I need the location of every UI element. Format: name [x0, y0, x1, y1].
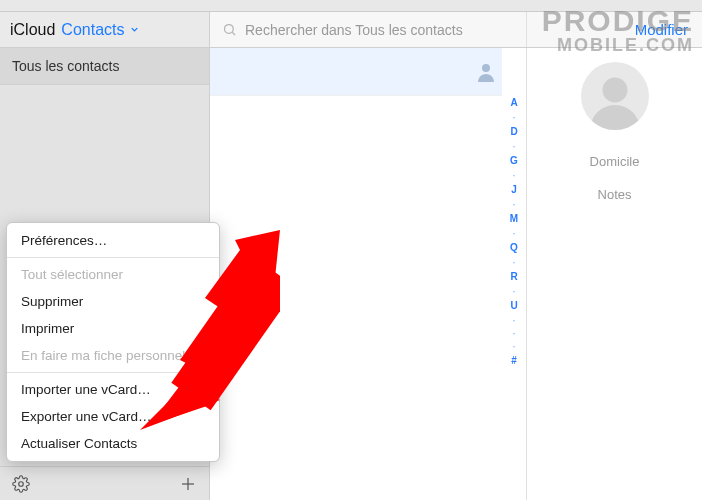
alpha-letter-g[interactable]: G: [510, 156, 518, 166]
menu-make-my-card: En faire ma fiche personnelle: [7, 342, 219, 369]
settings-button[interactable]: [12, 475, 30, 493]
alpha-dot: ·: [513, 230, 515, 237]
alpha-letter-j[interactable]: J: [511, 185, 517, 195]
menu-separator: [7, 372, 219, 373]
browser-tabstrip: [0, 0, 702, 12]
alpha-dot: ·: [513, 259, 515, 266]
main-columns: Tous les contacts Préférences… Tout séle…: [0, 48, 702, 500]
svg-point-5: [482, 64, 490, 72]
contacts-list: [210, 48, 502, 500]
contacts-list-column: A·D·G·J·M·Q·R·U···#: [210, 48, 527, 500]
alpha-dot: ·: [513, 201, 515, 208]
alpha-index[interactable]: A·D·G·J·M·Q·R·U···#: [502, 48, 526, 500]
alpha-dot: ·: [513, 330, 515, 337]
alpha-letter-a[interactable]: A: [510, 98, 517, 108]
header-actions: Modifier: [527, 12, 702, 47]
alpha-dot: ·: [513, 317, 515, 324]
plus-icon: [179, 475, 197, 493]
svg-point-2: [19, 481, 24, 486]
contact-row-selected[interactable]: [210, 48, 502, 96]
header-brand-area: iCloud Contacts: [0, 12, 210, 47]
menu-export-vcard[interactable]: Exporter une vCard…: [7, 403, 219, 430]
alpha-letter-u[interactable]: U: [510, 301, 517, 311]
groups-sidebar: Tous les contacts Préférences… Tout séle…: [0, 48, 210, 500]
person-silhouette-icon: [585, 70, 645, 130]
menu-preferences[interactable]: Préférences…: [7, 227, 219, 254]
person-icon: [474, 60, 498, 84]
menu-refresh[interactable]: Actualiser Contacts: [7, 430, 219, 457]
app-switcher[interactable]: Contacts: [61, 21, 139, 39]
chevron-down-icon: [129, 24, 140, 35]
svg-line-1: [232, 32, 235, 35]
alpha-letter-q[interactable]: Q: [510, 243, 518, 253]
alpha-dot: ·: [513, 343, 515, 350]
brand-label: iCloud: [10, 21, 55, 39]
menu-print[interactable]: Imprimer: [7, 315, 219, 342]
alpha-dot: ·: [513, 172, 515, 179]
alpha-letter-d[interactable]: D: [510, 127, 517, 137]
menu-delete[interactable]: Supprimer: [7, 288, 219, 315]
edit-button[interactable]: Modifier: [635, 21, 688, 38]
svg-point-0: [225, 25, 234, 34]
detail-home-label: Domicile: [590, 154, 640, 169]
group-all-contacts[interactable]: Tous les contacts: [0, 48, 209, 85]
svg-point-6: [602, 78, 627, 103]
settings-popup: Préférences… Tout sélectionner Supprimer…: [6, 222, 220, 462]
sidebar-footer: [0, 466, 209, 500]
alpha-letter-m[interactable]: M: [510, 214, 518, 224]
contact-avatar[interactable]: [581, 62, 649, 130]
app-switcher-label: Contacts: [61, 21, 124, 39]
alpha-letter-#[interactable]: #: [511, 356, 517, 366]
alpha-dot: ·: [513, 114, 515, 121]
alpha-dot: ·: [513, 288, 515, 295]
search-field[interactable]: Rechercher dans Tous les contacts: [210, 12, 527, 47]
detail-notes-label: Notes: [598, 187, 632, 202]
add-contact-button[interactable]: [179, 475, 197, 493]
menu-import-vcard[interactable]: Importer une vCard…: [7, 376, 219, 403]
search-icon: [222, 22, 237, 37]
app-header: iCloud Contacts Rechercher dans Tous les…: [0, 12, 702, 48]
alpha-dot: ·: [513, 143, 515, 150]
menu-select-all: Tout sélectionner: [7, 261, 219, 288]
alpha-letter-r[interactable]: R: [510, 272, 517, 282]
menu-separator: [7, 257, 219, 258]
contact-detail-column: Domicile Notes: [527, 48, 702, 500]
gear-icon: [12, 475, 30, 493]
search-placeholder: Rechercher dans Tous les contacts: [245, 22, 463, 38]
